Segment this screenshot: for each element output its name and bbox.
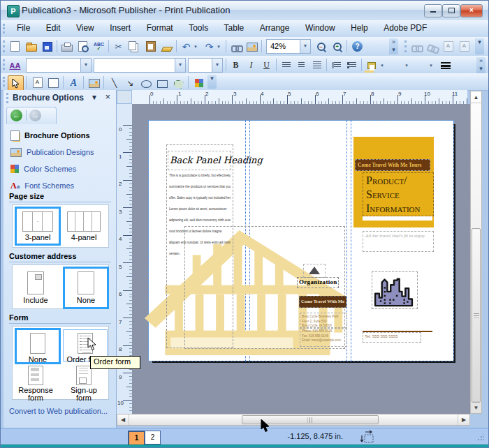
option-form-none[interactable]: None bbox=[15, 328, 61, 364]
option-none-address[interactable]: None bbox=[63, 267, 109, 309]
toolbar-options-chevron[interactable]: »▾ bbox=[476, 57, 486, 73]
option-4-panel[interactable]: 4-panel bbox=[63, 209, 105, 244]
autoshapes-button[interactable] bbox=[171, 75, 186, 90]
paste-button[interactable] bbox=[143, 39, 158, 54]
underline-button[interactable]: U bbox=[259, 58, 274, 73]
zoom-dropdown-arrow-icon[interactable]: ▾ bbox=[300, 40, 310, 53]
toolbar-options-chevron[interactable]: »▾ bbox=[389, 38, 398, 54]
nav-item-brochure-options[interactable]: Brochure Options bbox=[10, 129, 90, 142]
font-color-dropdown[interactable]: ▾ bbox=[428, 58, 435, 73]
toolbar-grip[interactable] bbox=[3, 24, 7, 33]
text-box-button[interactable]: A bbox=[30, 75, 45, 90]
menu-help[interactable]: Help bbox=[344, 20, 374, 33]
nav-item-color-schemes[interactable]: Color Schemes bbox=[10, 163, 76, 175]
align-center-button[interactable] bbox=[294, 58, 309, 73]
menu-edit[interactable]: Edit bbox=[40, 20, 67, 33]
numbering-button[interactable] bbox=[329, 58, 344, 73]
menu-view[interactable]: View bbox=[70, 20, 101, 33]
bold-button[interactable]: B bbox=[228, 58, 243, 73]
select-objects-button[interactable] bbox=[8, 75, 24, 91]
option-response-form[interactable]: Response form bbox=[15, 363, 57, 398]
next-text-box-button[interactable]: A bbox=[457, 39, 472, 54]
scroll-down-button[interactable]: ▼ bbox=[471, 401, 481, 413]
logo-placeholder-box[interactable] bbox=[303, 264, 326, 278]
insert-table-button[interactable] bbox=[46, 75, 61, 90]
task-pane-menu-button[interactable]: ▼ bbox=[91, 94, 98, 101]
page-2-button[interactable]: 2 bbox=[145, 431, 161, 445]
save-button[interactable] bbox=[40, 39, 54, 54]
back-panel-heading-box[interactable]: Back Panel Heading bbox=[168, 151, 231, 170]
task-pane-close-button[interactable]: × bbox=[105, 91, 110, 102]
front-logo-box[interactable] bbox=[372, 271, 418, 309]
line-button[interactable]: ╲ bbox=[107, 75, 122, 90]
toolbar-grip[interactable] bbox=[3, 59, 7, 70]
redo-dropdown[interactable]: ▾ bbox=[215, 39, 222, 54]
toolbar-options-chevron[interactable]: ▾ bbox=[475, 38, 484, 54]
line-style-button[interactable] bbox=[438, 58, 453, 73]
redo-button[interactable]: ↷ bbox=[202, 39, 217, 54]
format-painter-button[interactable] bbox=[159, 39, 174, 54]
undo-button[interactable]: ↶ bbox=[179, 39, 194, 54]
oval-button[interactable] bbox=[139, 75, 154, 90]
scroll-up-button[interactable]: ▲ bbox=[471, 91, 481, 103]
close-button[interactable]: × bbox=[460, 4, 483, 17]
new-button[interactable] bbox=[8, 39, 22, 54]
print-preview-button[interactable] bbox=[75, 39, 90, 54]
cut-button[interactable]: ✂ bbox=[111, 39, 126, 54]
break-forward-link-button[interactable] bbox=[425, 39, 439, 54]
spelling-button[interactable]: ABC✓ bbox=[92, 39, 106, 54]
insert-wordart-button[interactable]: A bbox=[66, 75, 81, 90]
menu-format[interactable]: Format bbox=[140, 20, 180, 33]
toolbar-options-chevron[interactable]: ▾ bbox=[207, 75, 217, 89]
horizontal-ruler[interactable]: 0 1 2 3 4 5 6 7 8 9 10 11 bbox=[132, 90, 467, 105]
picture-frame-button[interactable] bbox=[87, 75, 101, 90]
fill-color-button[interactable] bbox=[364, 58, 379, 73]
front-tagline-box[interactable]: All the travel that's fit to enjoy bbox=[363, 231, 434, 252]
front-phone-box[interactable]: Tel: 555 555 5555 bbox=[363, 332, 421, 343]
menu-insert[interactable]: Insert bbox=[103, 20, 137, 33]
insert-hyperlink-button[interactable] bbox=[228, 39, 243, 54]
copy-button[interactable] bbox=[127, 39, 142, 54]
brochure-page[interactable]: Back Panel Heading This is a good place … bbox=[149, 121, 453, 361]
minimize-button[interactable] bbox=[424, 4, 442, 17]
menu-arrange[interactable]: Arrange bbox=[254, 20, 296, 33]
font-dropdown[interactable]: ▾ bbox=[94, 58, 186, 73]
option-include[interactable]: Include bbox=[15, 269, 57, 305]
menu-window[interactable]: Window bbox=[299, 20, 342, 33]
arrow-button[interactable]: ↘ bbox=[123, 75, 138, 90]
menu-adobe-pdf[interactable]: Adobe PDF bbox=[377, 20, 433, 33]
menu-file[interactable]: File bbox=[10, 20, 36, 33]
organization-name-box[interactable]: Organization bbox=[297, 277, 339, 288]
back-button[interactable]: ← bbox=[10, 110, 22, 121]
line-color-dropdown[interactable]: ▾ bbox=[403, 58, 410, 73]
menu-tools[interactable]: Tools bbox=[182, 20, 214, 33]
maximize-button[interactable] bbox=[442, 4, 460, 17]
styles-button[interactable]: AA bbox=[8, 58, 22, 73]
toolbar-grip[interactable] bbox=[3, 40, 7, 52]
design-checker-button[interactable] bbox=[245, 39, 259, 54]
nav-item-font-schemes[interactable]: Aa Font Schemes bbox=[10, 179, 74, 192]
create-text-box-link-button[interactable] bbox=[409, 39, 423, 54]
fill-color-dropdown[interactable]: ▾ bbox=[379, 58, 386, 73]
center-tagline-bar[interactable]: Come Travel With Me bbox=[299, 296, 346, 308]
publication-canvas[interactable]: Back Panel Heading This is a good place … bbox=[132, 104, 470, 414]
font-size-dropdown[interactable]: ▾ bbox=[188, 58, 223, 73]
vertical-scroll-thumb[interactable] bbox=[472, 228, 481, 403]
page-1-button[interactable]: 1 bbox=[128, 431, 145, 446]
previous-text-box-button[interactable]: A bbox=[441, 39, 455, 54]
zoom-combobox[interactable]: 42% ▾ bbox=[266, 39, 311, 54]
horizontal-scrollbar[interactable]: ◀ ▶ bbox=[117, 414, 470, 426]
help-button[interactable]: ? bbox=[350, 39, 365, 54]
bullets-button[interactable] bbox=[344, 58, 359, 73]
option-3-panel[interactable]: 3-panel bbox=[15, 207, 61, 246]
align-left-button[interactable] bbox=[279, 58, 293, 73]
print-button[interactable] bbox=[59, 39, 74, 54]
style-dropdown[interactable]: ▾ bbox=[26, 58, 92, 73]
menu-table[interactable]: Table bbox=[218, 20, 251, 33]
vertical-scrollbar[interactable]: ▲ ▼ bbox=[470, 91, 482, 414]
address-text-box[interactable]: Busy Cycle Business Park Floor 2, Suite … bbox=[300, 313, 347, 329]
toolbar-grip[interactable] bbox=[3, 77, 7, 87]
forward-button[interactable]: → bbox=[29, 110, 41, 121]
zoom-out-button[interactable]: – bbox=[314, 39, 328, 54]
undo-dropdown[interactable]: ▾ bbox=[192, 39, 199, 54]
